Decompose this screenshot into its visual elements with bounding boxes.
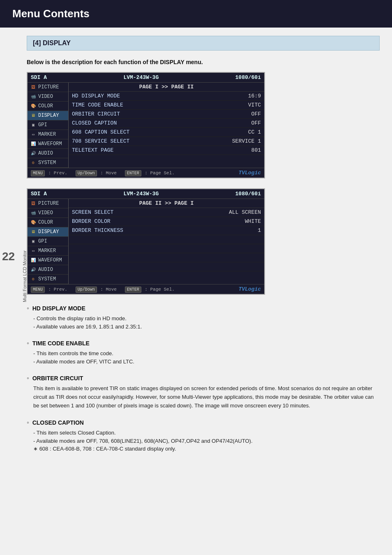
menu-row-orbiter: ORBITER CIRCUIT OFF [69, 110, 264, 119]
sidebar-item-gpi-2[interactable]: ▣ GPI [28, 237, 68, 246]
menu-table-1: SDI A LVM-243W-3G 1080/60i 🖼 PICTURE 📹 V… [27, 72, 265, 178]
updown-key-1: Up/Down [76, 170, 97, 176]
sidebar-item-waveform-1[interactable]: 📊 WAVEFORM [28, 139, 68, 149]
model-name-1: LVM-243W-3G [123, 74, 159, 81]
page-nav-2: PAGE II >> PAGE I [69, 199, 264, 208]
audio-icon-1: 🔊 [30, 150, 37, 157]
menu-row-border-thickness: BORDER THICKNESS 1 [69, 226, 264, 235]
desc-time-code-item-1: This item controls the time code. [33, 349, 380, 358]
sidebar-item-audio-2[interactable]: 🔊 AUDIO [28, 265, 68, 275]
waveform-icon-1: 📊 [30, 141, 37, 147]
desc-orbiter-title: ORBITER CIRCUIT [27, 375, 380, 382]
sidebar-item-video-1[interactable]: 📹 VIDEO [28, 92, 68, 102]
system-icon-1: ⚙ [30, 160, 37, 166]
sidebar-item-gpi-1[interactable]: ▣ GPI [28, 120, 68, 130]
section-title: [4] DISPLAY [27, 36, 380, 51]
menu-header-1: SDI A LVM-243W-3G 1080/60i [28, 73, 264, 83]
menu-row-608-caption: 608 CAPTION SELECT CC 1 [69, 128, 264, 137]
menu-row-empty-1 [69, 235, 264, 244]
section-description: Below is the description for each functi… [27, 59, 380, 65]
desc-time-code: TIME CODE ENABLE This item controls the … [27, 340, 380, 365]
sidebar-item-system-1[interactable]: ⚙ SYSTEM [28, 158, 68, 168]
marker-icon-2: ▭ [30, 247, 37, 254]
desc-closed-caption-item-2: Available modes are OFF, 708, 608(LINE21… [33, 437, 380, 445]
menu-row-time-code: TIME CODE ENABLE VITC [69, 101, 264, 110]
gpi-icon-2: ▣ [30, 238, 37, 245]
enter-key-1: ENTER [125, 170, 141, 176]
audio-icon-2: 🔊 [30, 266, 37, 273]
waveform-icon-2: 📊 [30, 257, 37, 264]
desc-closed-caption-title: CLOSED CAPTION [27, 419, 380, 426]
desc-time-code-item-2: Available modes are OFF, VITC and LTC. [33, 358, 380, 366]
menu-content-2: PAGE II >> PAGE I SCREEN SELECT ALL SCRE… [69, 199, 264, 284]
menu-footer-2: MENU : Prev. Up/Down : Move ENTER : Page… [28, 284, 264, 294]
sidebar-item-marker-1[interactable]: ▭ MARKER [28, 130, 68, 139]
menu-body-2: 🖼 PICTURE 📹 VIDEO 🎨 COLOR 🖥 DISPLAY ▣ [28, 199, 264, 284]
menu-row-teletext: TELETEXT PAGE 801 [69, 146, 264, 155]
sidebar-item-picture-2[interactable]: 🖼 PICTURE [28, 199, 68, 208]
menu-row-screen-select: SCREEN SELECT ALL SCREEN [69, 208, 264, 217]
desc-closed-caption-item-1: This item selects Closed Caption. [33, 429, 380, 437]
sidebar-item-video-2[interactable]: 📹 VIDEO [28, 208, 68, 218]
menu-key-2: MENU [31, 287, 45, 293]
menu-footer-1: MENU : Prev. Up/Down : Move ENTER : Page… [28, 168, 264, 178]
menu-sidebar-2: 🖼 PICTURE 📹 VIDEO 🎨 COLOR 🖥 DISPLAY ▣ [28, 199, 69, 284]
resolution-2: 1080/60i [235, 191, 261, 197]
sidebar-item-color-1[interactable]: 🎨 COLOR [28, 102, 68, 111]
color-icon-2: 🎨 [30, 219, 37, 226]
gpi-icon-1: ▣ [30, 122, 37, 128]
desc-time-code-title: TIME CODE ENABLE [27, 340, 380, 347]
enter-key-2: ENTER [125, 287, 141, 293]
brand-1: TVLogic [238, 170, 261, 176]
main-content: [4] DISPLAY Below is the description for… [14, 28, 392, 471]
page-number: 22 [2, 250, 15, 263]
desc-closed-caption: CLOSED CAPTION This item selects Closed … [27, 419, 380, 453]
updown-key-2: Up/Down [76, 287, 97, 293]
sidebar-item-display-1[interactable]: 🖥 DISPLAY [28, 111, 68, 120]
sdi-label-1: SDI A [31, 74, 47, 81]
system-icon-2: ⚙ [30, 276, 37, 282]
desc-orbiter-para: This item is available to prevent TIR on… [33, 384, 380, 410]
menu-key-1: MENU [31, 170, 45, 176]
model-name-2: LVM-243W-3G [123, 191, 159, 197]
sidebar-item-system-2[interactable]: ⚙ SYSTEM [28, 275, 68, 284]
sidebar-item-display-2[interactable]: 🖥 DISPLAY [28, 227, 68, 237]
picture-icon-2: 🖼 [30, 200, 37, 207]
menu-header-2: SDI A LVM-243W-3G 1080/60i [28, 189, 264, 199]
menu-sidebar-1: 🖼 PICTURE 📹 VIDEO 🎨 COLOR 🖥 DISPLAY ▣ [28, 83, 69, 168]
desc-hd-display-title: HD DISPLAY MODE [27, 305, 380, 312]
menu-row-border-color: BORDER COLOR WHITE [69, 217, 264, 226]
resolution-1: 1080/60i [235, 74, 261, 81]
desc-hd-display-item-2: Available values are 16:9, 1.85:1 and 2.… [33, 323, 380, 331]
page-nav-1: PAGE I >> PAGE II [69, 83, 264, 92]
menu-body-1: 🖼 PICTURE 📹 VIDEO 🎨 COLOR 🖥 DISPLAY ▣ [28, 83, 264, 168]
brand-2: TVLogic [238, 286, 261, 292]
desc-hd-display: HD DISPLAY MODE Controls the display rat… [27, 305, 380, 331]
menu-table-2: SDI A LVM-243W-3G 1080/60i 🖼 PICTURE 📹 V… [27, 188, 265, 295]
menu-content-1: PAGE I >> PAGE II HD DISPLAY MODE 16:9 T… [69, 83, 264, 168]
marker-icon-1: ▭ [30, 131, 37, 138]
video-icon-2: 📹 [30, 210, 37, 216]
sidebar-item-color-2[interactable]: 🎨 COLOR [28, 218, 68, 227]
menu-row-empty-3 [69, 253, 264, 262]
sidebar-item-picture-1[interactable]: 🖼 PICTURE [28, 83, 68, 92]
menu-row-hd-display: HD DISPLAY MODE 16:9 [69, 92, 264, 101]
menu-row-closed-caption: CLOSED CAPTION OFF [69, 119, 264, 128]
display-icon-2: 🖥 [30, 229, 37, 235]
desc-hd-display-item-1: Controls the display ratio in HD mode. [33, 314, 380, 323]
footer-keys-2: MENU : Prev. Up/Down : Move ENTER : Page… [31, 287, 175, 292]
desc-orbiter: ORBITER CIRCUIT This item is available t… [27, 375, 380, 410]
sidebar-label: Multi Format LCD Monitor [22, 253, 27, 302]
color-icon-1: 🎨 [30, 103, 37, 109]
menu-row-empty-4 [69, 262, 264, 271]
sidebar-item-audio-1[interactable]: 🔊 AUDIO [28, 149, 68, 158]
sidebar-item-waveform-2[interactable]: 📊 WAVEFORM [28, 256, 68, 265]
menu-row-empty-2 [69, 244, 264, 253]
sdi-label-2: SDI A [31, 191, 47, 197]
page-header: Menu Contents [0, 0, 392, 28]
display-icon-1: 🖥 [30, 112, 37, 119]
menu-row-708-service: 708 SERVICE SELECT SERVICE 1 [69, 137, 264, 146]
picture-icon-1: 🖼 [30, 84, 37, 90]
sidebar-item-marker-2[interactable]: ▭ MARKER [28, 246, 68, 256]
footer-keys-1: MENU : Prev. Up/Down : Move ENTER : Page… [31, 171, 175, 176]
